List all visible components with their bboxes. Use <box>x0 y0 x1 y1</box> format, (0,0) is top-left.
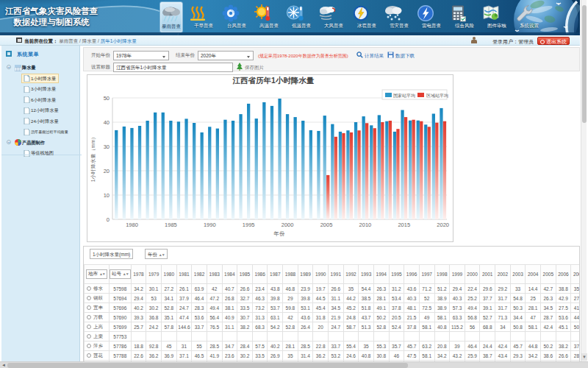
svg-text:1小时降水量（mm）: 1小时降水量（mm） <box>90 135 96 183</box>
svg-text:年份: 年份 <box>273 230 286 237</box>
svg-text:0: 0 <box>107 216 110 223</box>
svg-text:江西省历年1小时降水量: 江西省历年1小时降水量 <box>232 76 315 85</box>
svg-text:2010: 2010 <box>359 222 372 228</box>
svg-text:1985: 1985 <box>165 222 177 228</box>
svg-text:20: 20 <box>104 168 110 174</box>
svg-text:2005: 2005 <box>320 222 333 228</box>
svg-text:50: 50 <box>104 95 110 102</box>
svg-text:30: 30 <box>104 144 110 150</box>
svg-text:2015: 2015 <box>398 222 410 228</box>
svg-text:2020: 2020 <box>437 222 449 228</box>
svg-text:1995: 1995 <box>243 222 255 228</box>
svg-text:40: 40 <box>104 119 110 126</box>
svg-text:10: 10 <box>104 192 110 199</box>
svg-text:2000: 2000 <box>282 222 294 228</box>
svg-text:国家站平均: 国家站平均 <box>393 93 415 99</box>
svg-text:1990: 1990 <box>204 222 216 228</box>
svg-text:区域站平均: 区域站平均 <box>426 93 448 99</box>
svg-text:1980: 1980 <box>126 222 138 228</box>
